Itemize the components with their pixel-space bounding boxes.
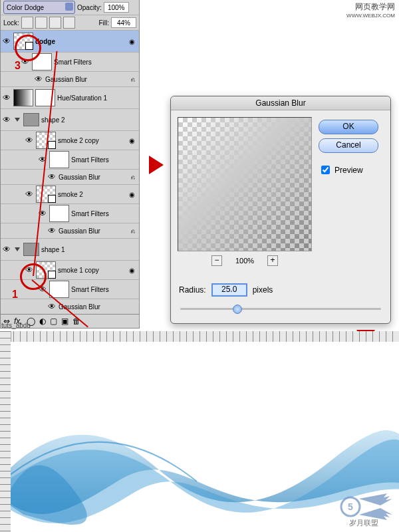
radius-label: Radius:	[179, 285, 206, 295]
filter-gaussian-blur[interactable]: 👁 Gaussian Blur ⎌	[1, 170, 139, 185]
opacity-label: Opacity:	[77, 4, 102, 11]
filter-badge-icon[interactable]: ◉	[129, 267, 135, 274]
folder-icon	[23, 243, 39, 256]
smart-filters-row[interactable]: 👁 Smart Filters	[1, 204, 139, 223]
fill-input[interactable]: 44%	[111, 17, 136, 28]
layer-dodge[interactable]: 👁 dodge ◉	[1, 31, 139, 53]
layer-name: dodge	[35, 38, 127, 45]
ruler-vertical	[0, 331, 11, 532]
visibility-icon[interactable]: 👁	[2, 37, 11, 45]
lock-move-icon[interactable]	[49, 17, 61, 29]
ok-button[interactable]: OK	[319, 120, 378, 134]
radius-unit: pixels	[253, 285, 273, 295]
gaussian-blur-dialog: Gaussian Blur − 100% + OK Cancel Preview…	[170, 96, 391, 324]
dialog-title: Gaussian Blur	[171, 96, 390, 110]
lock-brush-icon[interactable]	[35, 17, 47, 29]
smart-filters-row[interactable]: 👁 Smart Filters	[1, 280, 139, 299]
visibility-icon[interactable]: 👁	[2, 245, 11, 253]
visibility-icon[interactable]: 👁	[38, 156, 47, 164]
visibility-icon[interactable]: 👁	[47, 173, 57, 181]
filter-preview[interactable]	[178, 117, 312, 251]
mask-thumbnail[interactable]	[49, 151, 69, 168]
filter-badge-icon[interactable]: ◉	[129, 137, 135, 144]
slider-track	[180, 308, 381, 310]
layer-smoke2copy[interactable]: 👁 smoke 2 copy ◉	[1, 131, 139, 150]
layer-thumbnail[interactable]	[36, 261, 56, 279]
smart-filters-row[interactable]: 👁 Smart Filters	[1, 53, 139, 72]
lock-transparent-icon[interactable]	[21, 17, 33, 29]
visibility-icon[interactable]: 👁	[38, 209, 47, 217]
opacity-input[interactable]: 100%	[104, 2, 129, 13]
layer-smoke2[interactable]: 👁 smoke 2 ◉	[1, 185, 139, 204]
annotation-number-3: 3	[15, 60, 21, 72]
visibility-icon[interactable]: 👁	[47, 227, 57, 235]
filter-gaussian-blur[interactable]: 👁 Gaussian Blur ⎌	[1, 72, 139, 87]
visibility-icon[interactable]: 👁	[25, 190, 34, 198]
zoom-level: 100%	[235, 257, 254, 265]
group-shape2[interactable]: 👁 shape 2	[1, 109, 139, 131]
visibility-icon[interactable]: 👁	[2, 116, 11, 124]
group-shape1[interactable]: 👁 shape 1	[1, 239, 139, 261]
svg-text:5: 5	[348, 501, 353, 512]
filter-gaussian-blur[interactable]: 👁 Gaussian Blur	[1, 299, 139, 314]
visibility-icon[interactable]: 👁	[25, 266, 34, 274]
layer-list: 👁 dodge ◉ 👁 Smart Filters 👁 Gaussian Blu…	[1, 31, 139, 314]
mask-thumbnail[interactable]	[32, 53, 52, 70]
blend-opacity-row: Color Dodge Opacity: 100%	[1, 0, 139, 15]
visibility-icon[interactable]: 👁	[25, 136, 34, 144]
slider-thumb[interactable]	[233, 305, 242, 314]
layer-thumbnail[interactable]	[13, 33, 33, 50]
visibility-icon[interactable]: 👁	[38, 285, 47, 293]
mask-thumbnail[interactable]	[49, 281, 69, 298]
folder-icon[interactable]: ▢	[50, 317, 57, 326]
document-tab[interactable]: tuts_abdu	[1, 322, 31, 329]
visibility-icon[interactable]: 👁	[2, 94, 11, 102]
zoom-out-button[interactable]: −	[211, 255, 222, 266]
disclosure-triangle-icon[interactable]	[15, 118, 20, 122]
layer-smoke1copy[interactable]: 👁 smoke 1 copy ◉	[1, 261, 139, 280]
adjustment-icon[interactable]: ◐	[39, 317, 46, 326]
filter-options-icon[interactable]: ⎌	[131, 227, 135, 235]
disclosure-triangle-icon[interactable]	[15, 247, 20, 251]
mask-thumbnail[interactable]	[35, 89, 55, 106]
ruler-horizontal	[0, 331, 399, 342]
watermark-bottom: 5 岁月联盟	[334, 487, 394, 527]
zoom-in-button[interactable]: +	[267, 255, 278, 266]
svg-text:岁月联盟: 岁月联盟	[349, 519, 378, 527]
visibility-icon[interactable]: 👁	[21, 58, 30, 66]
layer-hue-saturation[interactable]: 👁 Hue/Saturation 1	[1, 87, 139, 109]
trash-icon[interactable]: 🗑	[72, 317, 80, 326]
filter-badge-icon[interactable]: ◉	[129, 38, 135, 45]
watermark-top: 网页教学网 WWW.WEBJX.COM	[346, 3, 395, 20]
visibility-icon[interactable]: 👁	[47, 303, 57, 311]
lock-fill-row: Lock: Fill: 44%	[1, 15, 139, 31]
smart-filters-row[interactable]: 👁 Smart Filters	[1, 150, 139, 170]
visibility-icon[interactable]: 👁	[34, 75, 43, 83]
layer-thumbnail[interactable]	[36, 132, 56, 149]
filter-gaussian-blur[interactable]: 👁 Gaussian Blur ⎌	[1, 223, 139, 239]
preview-checkbox[interactable]: Preview	[319, 164, 378, 176]
cancel-button[interactable]: Cancel	[319, 138, 378, 153]
radius-slider[interactable]	[180, 303, 381, 314]
adjustment-thumbnail[interactable]	[13, 89, 33, 106]
filter-badge-icon[interactable]: ◉	[129, 191, 135, 198]
new-layer-icon[interactable]: ▣	[61, 317, 68, 326]
filter-options-icon[interactable]: ⎌	[131, 174, 135, 181]
layer-thumbnail[interactable]	[36, 186, 56, 203]
annotation-number-1: 1	[12, 289, 18, 301]
preview-checkbox-input[interactable]	[321, 166, 330, 174]
arrow-right-icon	[149, 156, 164, 174]
filter-options-icon[interactable]: ⎌	[131, 76, 135, 83]
fill-label: Fill:	[98, 19, 109, 27]
document-canvas[interactable]: 5 岁月联盟	[11, 342, 399, 532]
radius-input[interactable]: 25.0	[211, 283, 247, 297]
mask-thumbnail[interactable]	[49, 205, 69, 222]
folder-icon	[23, 113, 39, 126]
lock-label: Lock:	[3, 19, 19, 27]
lock-all-icon[interactable]	[63, 17, 75, 29]
blend-mode-select[interactable]: Color Dodge	[3, 1, 75, 14]
layers-panel: Color Dodge Opacity: 100% Lock: Fill: 44…	[0, 0, 140, 329]
